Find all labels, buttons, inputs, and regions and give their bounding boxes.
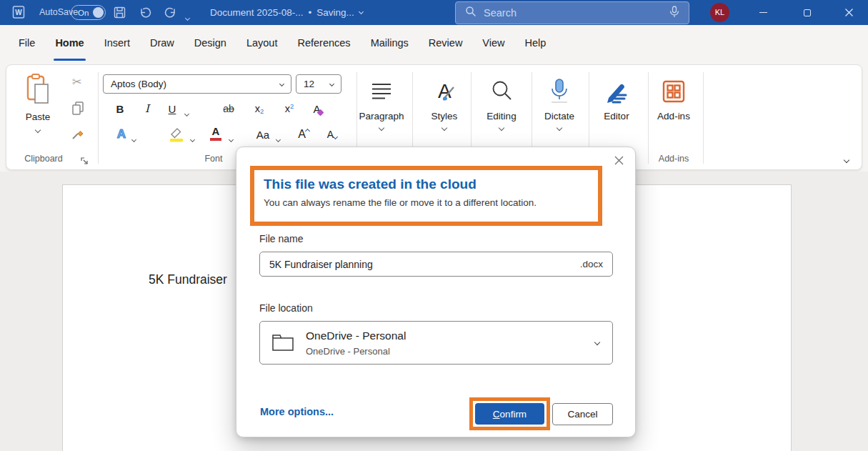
search-box[interactable] [455, 1, 689, 24]
dialog-title: This file was created in the cloud [264, 177, 598, 192]
editor-button[interactable]: Editor [590, 72, 643, 155]
change-case-chevron-icon[interactable] [276, 132, 280, 144]
paragraph-label: Paragraph [359, 111, 404, 122]
change-case-button[interactable]: Aa [254, 125, 272, 144]
styles-button[interactable]: A Styles [418, 72, 471, 155]
undo-icon[interactable] [138, 6, 152, 19]
search-input[interactable] [484, 7, 669, 19]
document-text: 5K Fundraiser [149, 272, 227, 287]
clipboard-group-label: Clipboard [16, 154, 71, 164]
maximize-button[interactable] [791, 0, 823, 25]
save-icon[interactable] [113, 6, 126, 19]
cut-button[interactable]: ✂ [72, 75, 81, 89]
title-highlight-box: This file was created in the cloud You c… [250, 166, 602, 226]
bold-button[interactable]: B [112, 99, 128, 118]
tab-draw[interactable]: Draw [140, 25, 184, 63]
file-name-label: File name [259, 233, 303, 244]
addins-icon [662, 72, 686, 111]
microphone-icon[interactable] [669, 6, 679, 21]
location-name: OneDrive - Personal [306, 329, 406, 342]
grow-font-button[interactable]: A [295, 125, 312, 144]
maximize-icon [804, 9, 811, 16]
italic-button[interactable]: I [141, 99, 154, 118]
quick-access-chevron-icon[interactable] [186, 10, 189, 23]
underline-button[interactable]: U [165, 99, 179, 118]
document-title: Document 2025-08-... [210, 7, 304, 18]
dictate-label: Dictate [544, 111, 574, 122]
editing-button[interactable]: Editing [475, 72, 528, 155]
font-color-button[interactable]: A [208, 124, 224, 142]
superscript-button[interactable]: x2 [281, 99, 298, 118]
more-options-link[interactable]: More options... [260, 406, 334, 417]
cloud-file-dialog: This file was created in the cloud You c… [236, 147, 636, 437]
minimize-button[interactable] [747, 0, 779, 25]
tab-view[interactable]: View [472, 25, 514, 63]
svg-text:W: W [15, 9, 22, 16]
font-name-value: Aptos (Body) [111, 79, 166, 89]
file-name-input[interactable] [260, 259, 580, 270]
close-button[interactable] [833, 0, 865, 25]
scissors-icon: ✂ [72, 76, 81, 88]
paste-button[interactable]: Paste [21, 74, 55, 135]
title-bar: W AutoSave On Document 2025-08-... • Sav… [0, 0, 868, 25]
redo-icon[interactable] [164, 6, 178, 19]
tab-help[interactable]: Help [515, 25, 557, 63]
shrink-font-button[interactable]: A [324, 125, 341, 144]
highlight-button[interactable] [168, 125, 185, 145]
strikethrough-button[interactable]: ab [218, 99, 239, 118]
title-separator: • [309, 7, 312, 18]
file-location-select[interactable]: OneDrive - Personal OneDrive - Personal [259, 321, 613, 365]
tab-layout[interactable]: Layout [236, 25, 288, 63]
search-icon [465, 6, 477, 20]
clipboard-dialog-launcher-icon[interactable] [81, 155, 89, 168]
subscript-base: x [255, 103, 260, 114]
tab-insert[interactable]: Insert [94, 25, 140, 63]
font-color-chevron-icon[interactable] [229, 132, 233, 144]
ribbon-tab-row: File Home Insert Draw Design Layout Refe… [0, 25, 868, 63]
font-size-combobox[interactable]: 12 [296, 74, 341, 94]
highlighter-icon [168, 125, 185, 142]
editor-label: Editor [604, 111, 629, 122]
group-separator [98, 72, 99, 164]
folder-icon [271, 332, 294, 355]
text-effects-chevron-icon[interactable] [132, 132, 136, 144]
font-name-combobox[interactable]: Aptos (Body) [103, 74, 291, 94]
autosave-toggle[interactable]: On [71, 5, 106, 20]
microphone-icon [549, 72, 570, 111]
tab-design[interactable]: Design [184, 25, 236, 63]
file-name-field: .docx [259, 252, 613, 277]
tab-mailings[interactable]: Mailings [361, 25, 419, 63]
cancel-button[interactable]: Cancel [552, 403, 613, 425]
dialog-subtitle: You can always rename the file or move i… [264, 197, 598, 208]
tab-references[interactable]: References [287, 25, 360, 63]
document-title-group[interactable]: Document 2025-08-... • Saving... [210, 0, 363, 25]
paragraph-button[interactable]: Paragraph [355, 72, 408, 155]
font-color-bar [210, 138, 221, 141]
font-group-label: Font [189, 154, 239, 164]
addins-button[interactable]: Add-ins [647, 72, 700, 155]
addins-group-label: Add-ins [647, 154, 700, 164]
clear-formatting-button[interactable]: A [308, 99, 328, 118]
superscript-mark: 2 [290, 102, 294, 110]
subscript-button[interactable]: x2 [251, 99, 268, 118]
text-effects-button[interactable]: A [114, 125, 129, 144]
tab-review[interactable]: Review [419, 25, 473, 63]
confirm-accesskey: C [493, 409, 500, 420]
grow-font-letter: A [298, 128, 306, 141]
copy-button[interactable] [71, 101, 85, 119]
word-app-icon[interactable]: W [11, 5, 26, 19]
dictate-button[interactable]: Dictate [533, 72, 586, 155]
paste-label: Paste [21, 111, 55, 122]
tab-file[interactable]: File [9, 25, 45, 63]
user-avatar[interactable]: KL [710, 3, 729, 22]
collapse-ribbon-chevron-icon[interactable] [844, 152, 849, 165]
highlight-chevron-icon[interactable] [191, 132, 194, 144]
title-chevron-icon [359, 9, 364, 14]
styles-icon: A [431, 72, 458, 111]
file-extension: .docx [580, 259, 612, 269]
dialog-close-button[interactable] [614, 155, 624, 168]
underline-chevron-icon[interactable] [185, 106, 189, 119]
confirm-button[interactable]: Confirm [475, 403, 544, 425]
format-painter-button[interactable] [71, 127, 85, 144]
tab-home[interactable]: Home [45, 25, 94, 63]
